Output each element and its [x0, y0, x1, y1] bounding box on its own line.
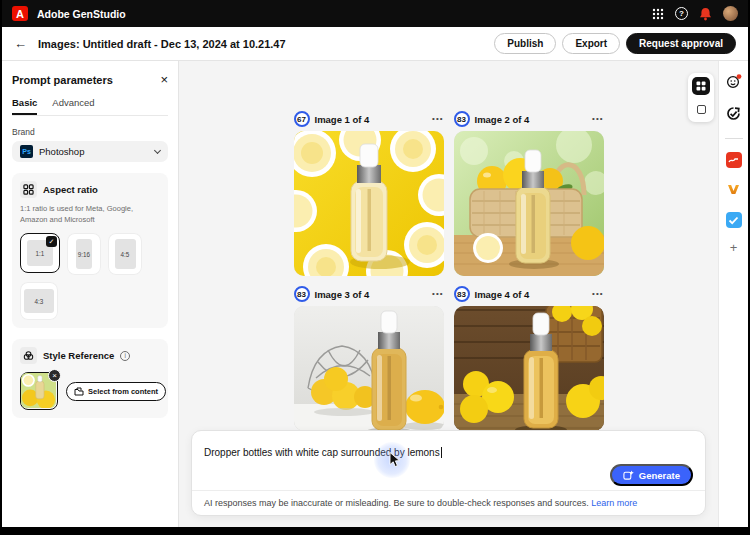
- image-card-1: 67 Image 1 of 4 •••: [294, 109, 444, 276]
- adobe-logo-icon[interactable]: A: [12, 6, 28, 21]
- right-app-rail: +: [718, 61, 748, 527]
- review-status-icon[interactable]: [726, 106, 741, 125]
- style-reference-thumbnail[interactable]: ×: [20, 372, 58, 410]
- document-header: ← Images: Untitled draft - Dec 13, 2024 …: [2, 27, 748, 61]
- aspect-ratio-icon: [20, 181, 37, 198]
- select-from-content-button[interactable]: Select from content: [66, 382, 166, 401]
- aspect-ratio-description: 1:1 ratio is used for Meta, Google, Amaz…: [20, 204, 160, 225]
- add-app-icon[interactable]: +: [730, 241, 738, 254]
- generated-image-2[interactable]: [454, 131, 604, 276]
- info-icon[interactable]: i: [120, 351, 130, 361]
- app-shortcut-orange-icon[interactable]: [727, 181, 740, 199]
- score-badge[interactable]: 83: [454, 111, 470, 127]
- prompt-parameters-panel: Prompt parameters × Basic Advanced Brand…: [2, 61, 179, 527]
- image-label: Image 1 of 4: [315, 114, 370, 125]
- style-reference-icon: [20, 347, 37, 364]
- generated-image-4[interactable]: [454, 306, 604, 431]
- style-reference-section: Style Reference i ×: [12, 339, 168, 418]
- brand-dropdown[interactable]: Ps Photoshop: [12, 141, 168, 162]
- ratio-option-4-5[interactable]: 4:5: [108, 233, 142, 275]
- generate-button[interactable]: Generate: [610, 464, 693, 486]
- generated-image-3[interactable]: [294, 306, 444, 431]
- top-app-bar: A Adobe GenStudio ?: [2, 0, 748, 27]
- image-label: Image 2 of 4: [475, 114, 530, 125]
- main-canvas: 67 Image 1 of 4 •••: [179, 61, 718, 527]
- aspect-ratio-section: Aspect ratio 1:1 ratio is used for Meta,…: [12, 173, 168, 328]
- score-badge[interactable]: 83: [294, 286, 310, 302]
- feedback-smiley-icon[interactable]: [726, 74, 742, 93]
- publish-button[interactable]: Publish: [494, 33, 556, 54]
- export-button[interactable]: Export: [562, 33, 620, 54]
- back-arrow-icon[interactable]: ←: [14, 37, 27, 50]
- request-approval-button[interactable]: Request approval: [626, 33, 736, 54]
- image-card-3: 83 Image 3 of 4 •••: [294, 284, 444, 431]
- more-options-icon[interactable]: •••: [592, 290, 603, 298]
- style-reference-title: Style Reference: [43, 350, 114, 361]
- ratio-option-4-3[interactable]: 4:3: [20, 282, 58, 320]
- more-options-icon[interactable]: •••: [592, 115, 603, 123]
- app-switcher-grid-icon[interactable]: [652, 8, 664, 20]
- app-shortcut-red-icon[interactable]: [726, 152, 742, 168]
- document-title: Images: Untitled draft - Dec 13, 2024 at…: [38, 38, 286, 50]
- image-card-4: 83 Image 4 of 4 •••: [454, 284, 604, 431]
- rail-divider: [725, 138, 743, 139]
- image-gallery: 67 Image 1 of 4 •••: [294, 109, 604, 431]
- help-icon[interactable]: ?: [675, 7, 688, 20]
- prompt-bar: Dropper bottles with white cap surrounde…: [191, 430, 706, 516]
- single-view-button[interactable]: [692, 100, 710, 118]
- view-toggle: [688, 73, 714, 122]
- ratio-option-1-1[interactable]: 1:1 ✓: [20, 233, 60, 273]
- more-options-icon[interactable]: •••: [432, 115, 443, 123]
- close-icon[interactable]: ×: [160, 73, 168, 86]
- tab-basic[interactable]: Basic: [12, 97, 37, 115]
- app-window: A Adobe GenStudio ? ← Images: Untitled d…: [2, 0, 748, 527]
- remove-style-icon[interactable]: ×: [48, 369, 61, 382]
- photoshop-icon: Ps: [20, 145, 33, 158]
- grid-view-button[interactable]: [692, 77, 710, 95]
- ratio-option-9-16[interactable]: 9:16: [67, 233, 101, 275]
- notifications-bell-icon[interactable]: [699, 7, 712, 21]
- image-card-2: 83 Image 2 of 4 •••: [454, 109, 604, 276]
- brand-label: Brand: [12, 127, 168, 137]
- user-avatar[interactable]: [723, 6, 738, 21]
- prompt-text: Dropper bottles with white cap surrounde…: [204, 447, 440, 458]
- brand-value: Photoshop: [39, 146, 149, 157]
- image-label: Image 4 of 4: [475, 289, 530, 300]
- app-title: Adobe GenStudio: [37, 8, 126, 20]
- learn-more-link[interactable]: Learn more: [591, 498, 637, 508]
- parameter-tabs: Basic Advanced: [12, 97, 168, 116]
- panel-title: Prompt parameters: [12, 74, 113, 86]
- ai-disclaimer: AI responses may be inaccurate or mislea…: [192, 491, 705, 515]
- score-badge[interactable]: 67: [294, 111, 310, 127]
- score-badge[interactable]: 83: [454, 286, 470, 302]
- text-caret: [441, 447, 442, 458]
- prompt-input[interactable]: Dropper bottles with white cap surrounde…: [192, 431, 705, 491]
- tab-advanced[interactable]: Advanced: [52, 97, 94, 115]
- aspect-ratio-title: Aspect ratio: [43, 184, 98, 195]
- more-options-icon[interactable]: •••: [432, 290, 443, 298]
- image-label: Image 3 of 4: [315, 289, 370, 300]
- selected-check-icon: ✓: [46, 236, 57, 247]
- chevron-down-icon: [154, 146, 161, 153]
- app-shortcut-blue-icon[interactable]: [726, 212, 742, 228]
- generated-image-1[interactable]: [294, 131, 444, 276]
